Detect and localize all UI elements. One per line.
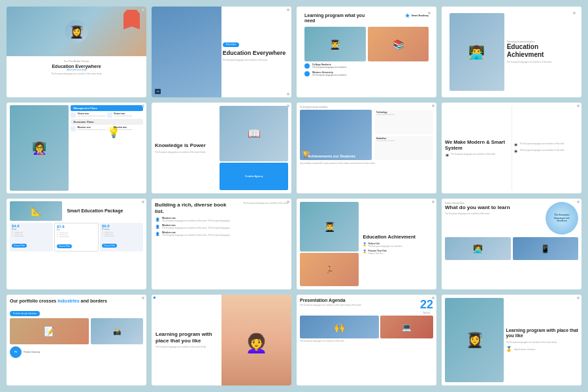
slide11-img1: 👨‍🎓: [300, 202, 359, 252]
slide15-header: Presentation Agenda The European languag…: [300, 298, 433, 314]
slide13-badge-circle: PU: [10, 346, 22, 358]
slide2-text: Education Education Everywhere The Europ…: [219, 7, 291, 97]
slide6-box: Creative Agency: [220, 163, 288, 190]
slide7-sideitem1: Technology The European languages: [374, 110, 433, 135]
slide3-item1: College Students The European languages …: [304, 63, 429, 69]
graduation-icon: 🎓: [514, 142, 518, 147]
slide8-item3: 🎓 The European languages are members of …: [514, 149, 578, 154]
slide12-left: Online Learning Class What do you want t…: [445, 202, 518, 215]
slide11-item2-desc: Feature Text Two: [368, 252, 386, 255]
item2-content: Wisdom two The European languages are me…: [162, 224, 230, 229]
item1-text: The European languages are members of th…: [451, 153, 495, 155]
slide-4: 👨‍💻 Technology & startup hackathon Educa…: [442, 7, 581, 97]
slide10-items: 👤 Wisdom one The European languages are …: [155, 217, 288, 237]
item1-content: Wisdom one The European languages are me…: [162, 217, 230, 222]
slide14-title: Learning program with place that you lik…: [155, 331, 225, 344]
slide3-img1: 👨‍🎓: [304, 27, 366, 62]
medal-icon: 🥇: [363, 242, 367, 246]
pkg2-btn[interactable]: Choose Plan: [57, 244, 72, 248]
corner-dot: [432, 105, 434, 107]
slide9-title-area: Smart Education Package: [64, 201, 143, 221]
slide5-header1: Management Class: [71, 105, 143, 111]
slide3-title: Learning program what you need: [304, 13, 373, 24]
slide14-text: Learning program with place that you lik…: [152, 295, 229, 385]
slide4-title: Education Achievment: [507, 43, 574, 59]
slide13-btn[interactable]: Portfolio through Industries: [10, 311, 40, 316]
slide-15: Presentation Agenda The European languag…: [297, 295, 436, 385]
item-icon: [107, 112, 112, 118]
slide12-img1: 👩‍💻: [445, 237, 511, 260]
slide-5: 👩‍🏫 Management Class Vision one The Euro…: [7, 103, 146, 193]
slide12-title: What do you want to learn: [445, 204, 518, 211]
slide-10: Building a rich, diverse book list. The …: [152, 199, 291, 289]
slide1-label: For The Better Future: [12, 59, 141, 63]
slide15-img1: 🙌: [300, 316, 379, 338]
slide4-image: 👨‍💻: [449, 13, 504, 91]
pkg1-btn[interactable]: Choose Plan: [12, 244, 27, 248]
slide5-row2: Mission one The European languages are m…: [71, 126, 143, 131]
dot-icon: [304, 71, 310, 76]
slide13-badge-text: PU: [14, 351, 17, 353]
dot-icon: [304, 63, 310, 69]
slide10-right: The European languages are members of th…: [235, 202, 288, 214]
corner-dot: [287, 105, 289, 107]
pkg2-features: ✓ Feature one✓ Feature two✓ Feature thre…: [57, 232, 96, 238]
slide-12: Online Learning Class What do you want t…: [442, 199, 581, 289]
pkg3-name: Premium: [102, 228, 141, 231]
slide15-sub-text: The European languages are members of th…: [300, 340, 433, 342]
slide5-content: Management Class Vision one The European…: [71, 105, 143, 191]
item2-desc: The European languages are members of th…: [162, 227, 230, 229]
slide11-item1: 🥇 Online Uni The European languages are …: [363, 242, 433, 248]
slide12-header: Online Learning Class What do you want t…: [445, 202, 578, 235]
slide1-text: For The Better Future Education Everywhe…: [7, 56, 146, 78]
slide7-sideitem2: Hackathon The European languages: [374, 136, 433, 161]
slide11-item2-label: Feature Text One: [368, 250, 386, 252]
m1-text: The European languages are members: [77, 129, 106, 131]
slide9-img: 📐: [10, 201, 62, 221]
slide6-text: Knowledge is Power The European language…: [155, 106, 218, 190]
item2-text: The European languages are members of th…: [519, 142, 564, 145]
slide7-subtitle: Achievements our Students: [300, 152, 363, 161]
v1-text: The European languages are members: [77, 115, 106, 117]
divider: [512, 106, 512, 190]
slide12-imgrow: 👩‍💻 📱: [445, 237, 578, 260]
slide15-desc: The European languages are members of th…: [300, 304, 361, 306]
slide5-header2: Economic Class: [71, 119, 143, 125]
slide7-img: 🏆 Achievements our Students: [300, 110, 372, 160]
slide10-item1: 👤 Wisdom one The European languages are …: [155, 217, 288, 222]
slide-9: 📐 Smart Education Package $4.8 Basic ✓ F…: [7, 199, 146, 289]
slide4-text: Technology & startup hackathon Education…: [507, 13, 574, 91]
slide11-text: Education Achievment 🥇 Online Uni The Eu…: [361, 202, 433, 286]
slide5-image: 👩‍🏫: [10, 105, 69, 191]
slide-11: 👨‍🎓 🏃 Education Achievment 🥇 Online Uni …: [297, 199, 436, 289]
slide11-item2: 🥇 Feature Text One Feature Text Two: [363, 250, 433, 255]
slide12-desc: The European languages are members of th…: [445, 212, 518, 215]
corner-dot: [428, 12, 431, 14]
pkg1-name: Basic: [12, 228, 51, 231]
slide15-number-area: 22 Agenda: [420, 298, 433, 314]
corner-dot: [577, 105, 580, 107]
slide15-img2: 💻: [380, 316, 433, 338]
slide9-pkg2: $7.8 Pro ✓ Feature one✓ Feature two✓ Fea…: [54, 223, 99, 252]
item1-desc: The European languages are members of th…: [162, 220, 230, 222]
slide3-item2: Western University The European language…: [304, 71, 429, 76]
slide2-badge: Education: [223, 42, 240, 47]
pkg3-btn[interactable]: Choose Plan: [102, 244, 117, 248]
medal-icon: 🥇: [363, 250, 367, 253]
slide-2: en Education Education Everywhere The Eu…: [152, 7, 291, 97]
slide16-title: Learning program with place that you lik…: [506, 328, 578, 339]
pkg2-name: Pro: [57, 229, 96, 231]
corner-dot: [142, 201, 144, 203]
m2-text: The European languages: [114, 129, 132, 131]
slide8-right: 🎓 The European languages are members of …: [514, 106, 578, 190]
slide16-iconrow: 🥇 Award winner education: [506, 346, 578, 352]
slide15-title: Presentation Agenda: [300, 298, 361, 302]
corner-dot: [577, 201, 580, 203]
item2-text: The European languages are members: [312, 74, 346, 76]
slide9-pkg1: $4.8 Basic ✓ Feature one✓ Feature two✓ F…: [10, 223, 53, 252]
slide13-title1: Our portfolio crosses: [10, 299, 57, 303]
corner-dot: [142, 105, 144, 107]
slide12-img2: 📱: [513, 237, 579, 260]
slide3-right: Smart Academy: [379, 13, 429, 18]
slide16-text: Learning program with place that you lik…: [506, 298, 578, 382]
